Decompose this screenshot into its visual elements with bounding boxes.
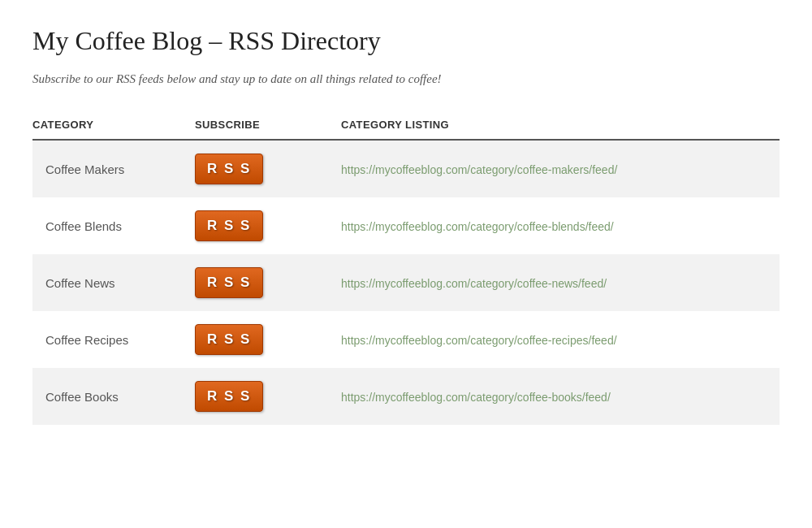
table-row: Coffee NewsR S Shttps://mycoffeeblog.com… [32,254,780,311]
subscribe-cell: R S S [195,311,341,368]
table-header-row: CATEGORY SUBSCRIBE CATEGORY LISTING [32,110,780,140]
category-name: Coffee News [32,254,195,311]
rss-label: R S S [207,218,251,234]
rss-badge[interactable]: R S S [195,381,263,412]
subscribe-cell: R S S [195,254,341,311]
rss-label: R S S [207,161,251,177]
category-url-cell: https://mycoffeeblog.com/category/coffee… [341,368,780,425]
column-header-category: CATEGORY [32,110,195,140]
category-name: Coffee Makers [32,140,195,197]
category-link[interactable]: https://mycoffeeblog.com/category/coffee… [341,220,614,233]
rss-label: R S S [207,275,251,291]
subscribe-cell: R S S [195,140,341,197]
subscribe-cell: R S S [195,197,341,254]
column-header-listing: CATEGORY LISTING [341,110,780,140]
category-link[interactable]: https://mycoffeeblog.com/category/coffee… [341,277,607,290]
page-container: My Coffee Blog – RSS Directory Subscribe… [0,0,812,451]
table-row: Coffee MakersR S Shttps://mycoffeeblog.c… [32,140,780,197]
subscribe-cell: R S S [195,368,341,425]
page-subtitle: Subscribe to our RSS feeds below and sta… [32,72,780,86]
rss-label: R S S [207,388,251,405]
category-name: Coffee Recipes [32,311,195,368]
category-url-cell: https://mycoffeeblog.com/category/coffee… [341,311,780,368]
page-title: My Coffee Blog – RSS Directory [32,26,780,56]
rss-badge[interactable]: R S S [195,267,263,298]
category-link[interactable]: https://mycoffeeblog.com/category/coffee… [341,334,617,347]
rss-table: CATEGORY SUBSCRIBE CATEGORY LISTING Coff… [32,110,780,425]
column-header-subscribe: SUBSCRIBE [195,110,341,140]
category-url-cell: https://mycoffeeblog.com/category/coffee… [341,140,780,197]
category-name: Coffee Blends [32,197,195,254]
rss-badge[interactable]: R S S [195,324,263,355]
table-row: Coffee RecipesR S Shttps://mycoffeeblog.… [32,311,780,368]
category-link[interactable]: https://mycoffeeblog.com/category/coffee… [341,391,611,404]
table-row: Coffee BlendsR S Shttps://mycoffeeblog.c… [32,197,780,254]
rss-badge[interactable]: R S S [195,210,263,241]
table-row: Coffee BooksR S Shttps://mycoffeeblog.co… [32,368,780,425]
category-link[interactable]: https://mycoffeeblog.com/category/coffee… [341,163,617,176]
rss-label: R S S [207,331,251,348]
category-url-cell: https://mycoffeeblog.com/category/coffee… [341,197,780,254]
category-name: Coffee Books [32,368,195,425]
rss-badge[interactable]: R S S [195,154,263,184]
category-url-cell: https://mycoffeeblog.com/category/coffee… [341,254,780,311]
